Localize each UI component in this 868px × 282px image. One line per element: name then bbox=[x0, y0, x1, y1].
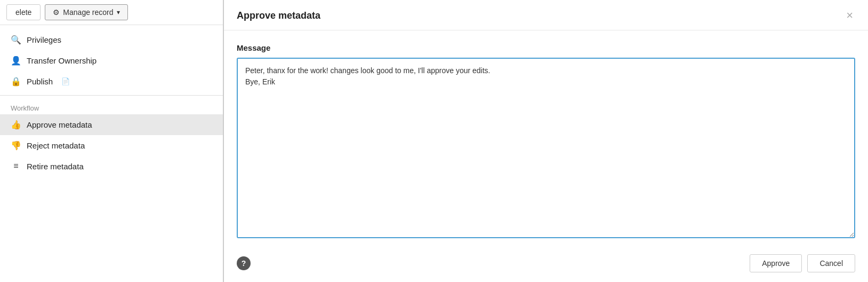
modal-panel: Approve metadata × Message Peter, thanx … bbox=[224, 0, 868, 282]
manage-record-label: Manage record bbox=[63, 8, 113, 17]
delete-button[interactable]: elete bbox=[6, 4, 41, 20]
menu-item-retire-metadata[interactable]: ≡ Retire metadata bbox=[0, 156, 223, 176]
modal-title: Approve metadata bbox=[237, 10, 320, 21]
menu-item-transfer-ownership-label: Transfer Ownership bbox=[27, 56, 97, 65]
toolbar-row: elete ⚙ Manage record ▾ bbox=[0, 0, 223, 25]
stack-icon: ≡ bbox=[11, 161, 21, 171]
person-icon: 👤 bbox=[11, 56, 21, 66]
left-panel: elete ⚙ Manage record ▾ 🔍 Privileges 👤 T… bbox=[0, 0, 224, 282]
menu-item-transfer-ownership[interactable]: 👤 Transfer Ownership bbox=[0, 50, 223, 71]
dropdown-menu: 🔍 Privileges 👤 Transfer Ownership 🔒 Publ… bbox=[0, 25, 223, 181]
manage-record-button[interactable]: ⚙ Manage record ▾ bbox=[45, 4, 127, 20]
menu-item-retire-metadata-label: Retire metadata bbox=[27, 162, 84, 171]
lock-icon: 🔒 bbox=[11, 76, 21, 87]
menu-item-approve-metadata-label: Approve metadata bbox=[27, 120, 92, 129]
menu-divider bbox=[0, 95, 223, 96]
menu-item-privileges-label: Privileges bbox=[27, 35, 61, 44]
menu-item-publish-label: Publish bbox=[27, 77, 53, 86]
footer-actions: Approve Cancel bbox=[750, 254, 855, 272]
approve-button[interactable]: Approve bbox=[750, 254, 802, 272]
menu-item-publish[interactable]: 🔒 Publish 📄 bbox=[0, 71, 223, 92]
modal-footer: ? Approve Cancel bbox=[224, 247, 868, 282]
search-icon: 🔍 bbox=[11, 35, 21, 45]
doc-icon: 📄 bbox=[60, 77, 71, 85]
modal-header: Approve metadata × bbox=[224, 0, 868, 30]
menu-item-reject-metadata[interactable]: 👎 Reject metadata bbox=[0, 135, 223, 156]
message-label: Message bbox=[237, 43, 855, 52]
thumbs-up-icon: 👍 bbox=[11, 120, 21, 130]
close-button[interactable]: × bbox=[844, 10, 855, 21]
cancel-button[interactable]: Cancel bbox=[807, 254, 855, 272]
footer-left: ? bbox=[237, 256, 251, 270]
workflow-section-label: Workflow bbox=[0, 99, 223, 114]
gear-icon: ⚙ bbox=[53, 8, 60, 17]
help-icon[interactable]: ? bbox=[237, 256, 251, 270]
menu-item-reject-metadata-label: Reject metadata bbox=[27, 141, 85, 150]
menu-item-approve-metadata[interactable]: 👍 Approve metadata bbox=[0, 114, 223, 135]
thumbs-down-icon: 👎 bbox=[11, 140, 21, 151]
chevron-down-icon: ▾ bbox=[117, 9, 120, 16]
message-textarea[interactable]: Peter, thanx for the work! changes look … bbox=[237, 58, 855, 238]
menu-item-privileges[interactable]: 🔍 Privileges bbox=[0, 29, 223, 50]
modal-body: Message Peter, thanx for the work! chang… bbox=[224, 30, 868, 247]
